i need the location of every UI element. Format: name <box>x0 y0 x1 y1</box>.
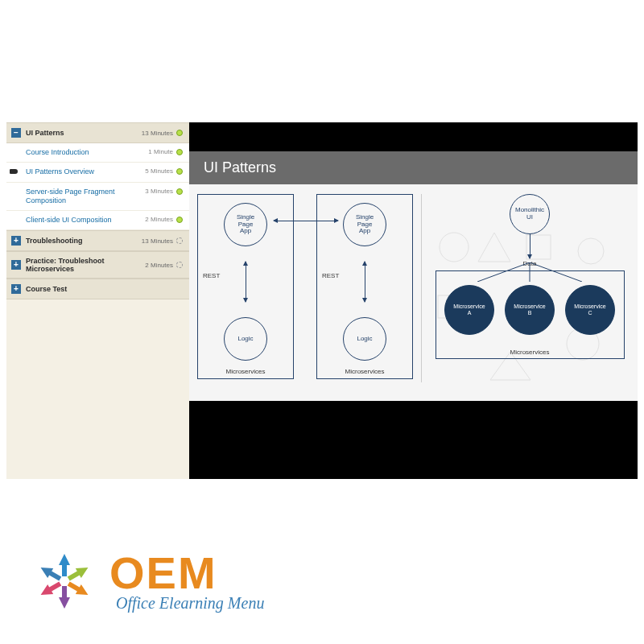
lesson-title: UI Patterns Overview <box>26 167 145 176</box>
bidirectional-arrow-icon <box>246 262 246 302</box>
spa-node: Single Page App <box>224 203 267 246</box>
status-complete-icon <box>176 168 183 175</box>
section-duration: 13 Minutes <box>142 237 173 245</box>
microservice-a-node: Microservice A <box>444 285 494 335</box>
spa-node: Single Page App <box>343 203 386 246</box>
box-caption: Microservices <box>510 349 550 356</box>
diagram-right: Monolithic UI Data Microservice A Micros… <box>421 194 630 382</box>
lesson-duration: 1 Minute <box>148 148 173 155</box>
diagram-left: Single Page App REST Logic Microservices… <box>197 194 413 382</box>
lesson-server-side-fragment[interactable]: Server-side Page Fragment Composition 3 … <box>6 183 189 212</box>
expand-icon: + <box>11 284 21 294</box>
course-outline-sidebar: − UI Patterns 13 Minutes Course Introduc… <box>6 122 189 479</box>
collapse-icon: − <box>11 128 21 138</box>
status-complete-icon <box>176 188 183 195</box>
arrows-circle-icon <box>24 541 105 621</box>
brand-subtitle: Office Elearning Menu <box>116 594 264 613</box>
brand-title: OEM <box>109 551 264 596</box>
rest-label: REST <box>322 272 339 279</box>
section-duration: 2 Minutes <box>145 262 173 269</box>
box-caption: Microservices <box>345 368 385 375</box>
slide-title: UI Patterns <box>189 151 638 184</box>
course-player: − UI Patterns 13 Minutes Course Introduc… <box>6 122 638 479</box>
logic-node: Logic <box>224 317 267 361</box>
expand-icon: + <box>11 236 21 246</box>
microservice-c-node: Microservice C <box>565 285 615 335</box>
rest-label: REST <box>203 272 220 279</box>
section-ui-patterns[interactable]: − UI Patterns 13 Minutes <box>6 122 189 143</box>
lesson-title: Server-side Page Fragment Composition <box>26 188 145 206</box>
data-label: Data <box>523 260 537 267</box>
section-title: Course Test <box>26 285 183 293</box>
lesson-client-side-composition[interactable]: Client-side UI Composition 2 Minutes <box>6 211 189 230</box>
slide-body: Single Page App REST Logic Microservices… <box>189 184 638 392</box>
section-duration: 13 Minutes <box>142 130 173 137</box>
box-caption: Microservices <box>226 368 266 375</box>
lesson-duration: 3 Minutes <box>145 188 173 195</box>
status-progress-icon <box>176 237 183 244</box>
lesson-duration: 5 Minutes <box>145 167 173 175</box>
status-complete-icon <box>176 130 183 136</box>
section-title: Practice: Troubleshoot Microservices <box>26 257 145 273</box>
lesson-ui-patterns-overview[interactable]: UI Patterns Overview 5 Minutes <box>6 163 189 182</box>
section-practice-troubleshoot[interactable]: + Practice: Troubleshoot Microservices 2… <box>6 251 189 279</box>
brand-logo: OEM Office Elearning Menu <box>24 541 264 621</box>
expand-icon: + <box>11 260 21 270</box>
sidebar-blank <box>6 299 189 479</box>
status-progress-icon <box>176 262 183 268</box>
section-troubleshooting[interactable]: + Troubleshooting 13 Minutes <box>6 230 189 251</box>
status-complete-icon <box>176 217 183 223</box>
logic-node: Logic <box>343 317 386 361</box>
arrow-down-icon <box>530 234 530 258</box>
status-complete-icon <box>176 149 183 155</box>
monolithic-ui-node: Monolithic UI <box>510 194 550 234</box>
bidirectional-arrow-icon <box>365 262 365 302</box>
microservice-b-node: Microservice B <box>505 285 555 335</box>
section-title: UI Patterns <box>26 129 142 137</box>
slide: UI Patterns Single Page App RES <box>189 151 638 401</box>
lesson-title: Client-side UI Composition <box>26 216 145 225</box>
microservices-container: Microservice A Microservice B Microservi… <box>436 270 625 359</box>
microservice-box-1: Single Page App REST Logic Microservices <box>197 194 294 379</box>
lesson-course-introduction[interactable]: Course Introduction 1 Minute <box>6 143 189 163</box>
section-title: Troubleshooting <box>26 237 142 245</box>
brand-text: OEM Office Elearning Menu <box>109 551 264 613</box>
lesson-duration: 2 Minutes <box>145 216 173 223</box>
lesson-title: Course Introduction <box>26 148 148 157</box>
video-content-area[interactable]: UI Patterns Single Page App RES <box>189 122 638 479</box>
microservice-box-2: Single Page App REST Logic Microservices <box>316 194 413 379</box>
section-course-test[interactable]: + Course Test <box>6 279 189 299</box>
